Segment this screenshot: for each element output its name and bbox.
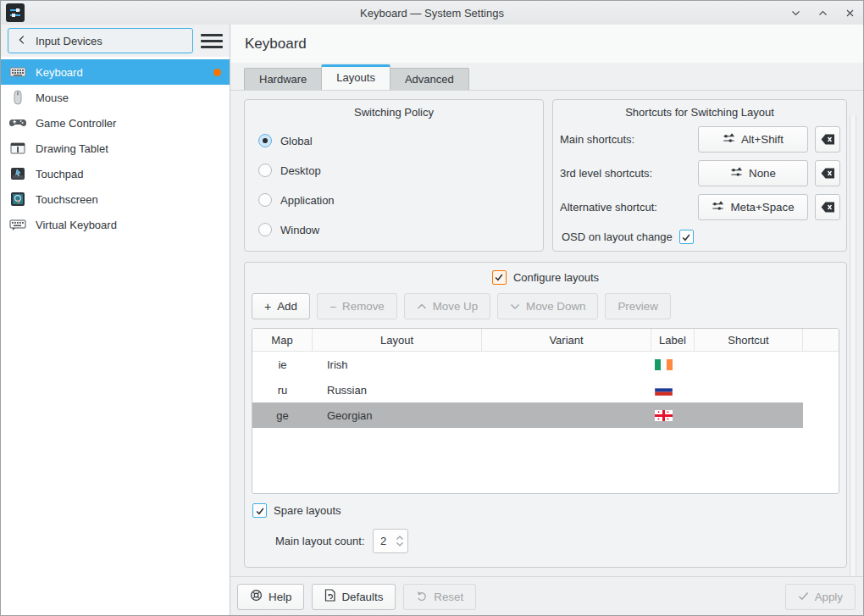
tab-content: Switching Policy Global Desktop Applicat…: [230, 91, 863, 576]
check-icon: [681, 232, 691, 242]
col-extra[interactable]: [803, 329, 839, 351]
tab-hardware[interactable]: Hardware: [244, 68, 322, 90]
radio-application[interactable]: Application: [258, 192, 543, 208]
page-title: Keyboard: [245, 36, 307, 53]
clear-main-shortcut-button[interactable]: [815, 126, 840, 153]
spinner-up-icon[interactable]: [396, 535, 404, 541]
sidebar-item-label: Touchscreen: [36, 193, 221, 206]
mouse-icon: [8, 88, 27, 107]
sidebar-item-drawing-tablet[interactable]: Drawing Tablet: [1, 136, 230, 161]
table-header: Map Layout Variant Label Shortcut: [252, 329, 839, 352]
move-down-button[interactable]: Move Down: [497, 293, 598, 319]
radio-desktop[interactable]: Desktop: [258, 163, 543, 178]
osd-label: OSD on layout change: [562, 230, 673, 243]
radio-icon[interactable]: [258, 134, 272, 147]
defaults-icon: [324, 589, 335, 604]
spinner-down-icon[interactable]: [396, 541, 404, 547]
sidebar-item-label: Game Controller: [36, 117, 221, 130]
col-variant[interactable]: Variant: [482, 329, 651, 351]
plus-icon: +: [264, 301, 271, 313]
back-button[interactable]: Input Devices: [8, 28, 193, 53]
sidebar-list: Keyboard Mouse Game Controller: [1, 57, 230, 237]
help-button[interactable]: Help: [237, 584, 304, 610]
radio-window[interactable]: Window: [258, 222, 543, 237]
modified-dot: [213, 69, 221, 76]
app-icon: [6, 3, 25, 22]
sidebar-item-touchscreen[interactable]: Touchscreen: [1, 186, 230, 212]
system-settings-window: Keyboard — System Settings Input Devices: [0, 0, 864, 616]
radio-label: Window: [280, 224, 319, 236]
switching-policy-group: Switching Policy Global Desktop Applicat…: [244, 99, 544, 252]
flag-ireland: [651, 352, 695, 377]
configure-layouts-checkbox[interactable]: [492, 270, 507, 285]
reset-button[interactable]: Reset: [403, 584, 476, 610]
footer-bar: Help Defaults Reset: [230, 576, 863, 616]
col-layout[interactable]: Layout: [313, 329, 482, 351]
sidebar-item-touchpad[interactable]: Touchpad: [1, 161, 230, 186]
apply-button[interactable]: Apply: [785, 584, 856, 610]
configure-shortcut-icon: [723, 132, 735, 147]
spinner-value: 2: [374, 535, 394, 547]
table-row-georgian[interactable]: ge Georgian: [252, 402, 839, 428]
spare-layouts-checkbox[interactable]: [252, 503, 267, 518]
radio-label: Desktop: [280, 164, 321, 177]
clear-third-level-shortcut-button[interactable]: [815, 160, 840, 186]
col-label[interactable]: Label: [651, 329, 695, 351]
sidebar: Input Devices Keyboard Mouse: [1, 25, 230, 616]
undo-icon: [416, 590, 428, 604]
menu-icon[interactable]: [201, 30, 223, 52]
shortcuts-group: Shortcuts for Switching Layout Main shor…: [552, 99, 847, 252]
clear-alternative-shortcut-button[interactable]: [815, 194, 840, 220]
virtual-keyboard-icon: [8, 215, 27, 234]
check-icon: [255, 506, 265, 516]
sidebar-item-mouse[interactable]: Mouse: [1, 85, 230, 110]
configure-shortcut-icon: [730, 166, 743, 180]
help-icon: [250, 589, 263, 604]
sidebar-header: Input Devices: [1, 25, 230, 57]
close-icon[interactable]: [843, 6, 856, 19]
col-map[interactable]: Map: [252, 329, 313, 351]
radio-icon[interactable]: [258, 193, 272, 207]
configure-shortcut-icon: [712, 200, 724, 214]
third-level-shortcuts-label: 3rd level shortcuts:: [559, 167, 698, 180]
alternative-shortcut-button[interactable]: Meta+Space: [698, 194, 808, 220]
shortcuts-title: Shortcuts for Switching Layout: [559, 100, 840, 119]
alternative-shortcut-label: Alternative shortcut:: [559, 201, 698, 214]
titlebar[interactable]: Keyboard — System Settings: [1, 1, 863, 25]
vertical-scrollbar[interactable]: [850, 115, 856, 576]
sidebar-item-label: Virtual Keyboard: [36, 219, 221, 231]
main-layout-count-spinner[interactable]: 2: [373, 529, 408, 553]
sidebar-item-game-controller[interactable]: Game Controller: [1, 110, 230, 136]
third-level-shortcuts-button[interactable]: None: [698, 160, 808, 186]
main-layout-count-label: Main layout count:: [275, 535, 365, 547]
spare-layouts-label: Spare layouts: [274, 504, 341, 517]
table-row-irish[interactable]: ie Irish: [252, 352, 839, 377]
back-button-label: Input Devices: [36, 35, 102, 47]
minimize-icon[interactable]: [789, 6, 802, 19]
configure-layouts-label: Configure layouts: [513, 271, 599, 284]
sidebar-item-label: Touchpad: [36, 168, 221, 180]
add-button[interactable]: + Add: [252, 293, 310, 319]
move-up-button[interactable]: Move Up: [404, 293, 490, 319]
defaults-button[interactable]: Defaults: [312, 584, 396, 610]
check-icon: [494, 272, 504, 282]
radio-icon[interactable]: [258, 223, 272, 236]
main-shortcuts-button[interactable]: Alt+Shift: [698, 126, 808, 153]
maximize-icon[interactable]: [816, 6, 829, 19]
sidebar-item-virtual-keyboard[interactable]: Virtual Keyboard: [1, 212, 230, 237]
preview-button[interactable]: Preview: [605, 293, 670, 319]
sidebar-item-keyboard[interactable]: Keyboard: [1, 59, 230, 85]
check-icon: [798, 591, 809, 603]
tab-layouts[interactable]: Layouts: [321, 64, 390, 90]
radio-global[interactable]: Global: [258, 133, 543, 148]
layouts-table: Map Layout Variant Label Shortcut ie Iri…: [252, 328, 839, 494]
col-shortcut[interactable]: Shortcut: [695, 329, 803, 351]
tab-advanced[interactable]: Advanced: [390, 68, 469, 90]
chevron-down-icon: [510, 300, 520, 313]
table-row-russian[interactable]: ru Russian: [252, 377, 839, 402]
radio-icon[interactable]: [258, 164, 272, 177]
osd-checkbox[interactable]: [679, 230, 694, 244]
tabbar: Hardware Layouts Advanced: [230, 63, 863, 91]
remove-button[interactable]: − Remove: [317, 293, 397, 319]
sidebar-item-label: Keyboard: [36, 66, 205, 79]
